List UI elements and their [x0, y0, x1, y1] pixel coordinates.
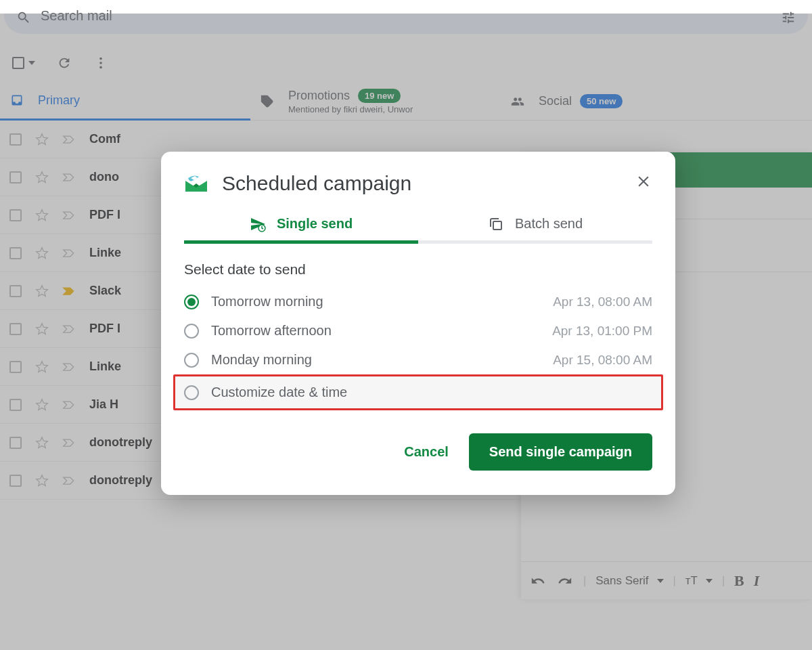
radio-icon — [184, 353, 199, 368]
scheduled-campaign-modal: Scheduled campaign Single send Batch sen… — [161, 152, 675, 495]
close-button[interactable] — [635, 173, 652, 195]
svg-rect-5 — [493, 221, 501, 230]
option-customize-datetime[interactable]: Customize date & time — [173, 374, 663, 410]
tab-single-send[interactable]: Single send — [184, 207, 418, 244]
select-date-label: Select date to send — [161, 244, 675, 287]
send-scheduled-icon — [250, 216, 266, 232]
option-tomorrow-afternoon[interactable]: Tomorrow afternoon Apr 13, 01:00 PM — [173, 316, 663, 345]
batch-icon — [488, 216, 504, 232]
option-monday-morning[interactable]: Monday morning Apr 15, 08:00 AM — [173, 345, 663, 374]
radio-icon — [184, 324, 199, 339]
mailmeteor-logo-icon — [184, 174, 208, 193]
modal-title: Scheduled campaign — [222, 172, 635, 195]
send-campaign-button[interactable]: Send single campaign — [469, 433, 652, 471]
tab-batch-send[interactable]: Batch send — [418, 207, 652, 244]
cancel-button[interactable]: Cancel — [404, 444, 449, 460]
close-icon — [635, 173, 652, 190]
radio-icon — [184, 385, 199, 400]
option-tomorrow-morning[interactable]: Tomorrow morning Apr 13, 08:00 AM — [173, 287, 663, 316]
radio-icon — [184, 295, 199, 309]
